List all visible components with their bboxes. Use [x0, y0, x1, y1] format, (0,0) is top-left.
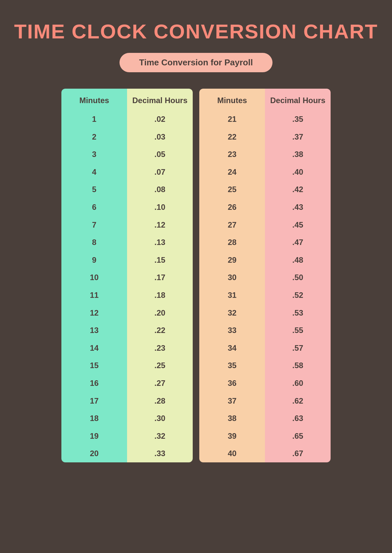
table-row: .07 — [127, 163, 193, 181]
table-row: 20 — [61, 445, 127, 462]
table-row: .02 — [127, 110, 193, 128]
table-row: 27 — [199, 216, 265, 234]
table-row: 38 — [199, 409, 265, 427]
table-row: .12 — [127, 216, 193, 234]
table-row: .15 — [127, 251, 193, 269]
table-row: 1 — [61, 110, 127, 128]
table-right: Minutes 21222324252627282930313233343536… — [199, 89, 331, 462]
col-minutes-left: Minutes 1234567891011121314151617181920 — [61, 89, 127, 462]
table-row: .27 — [127, 374, 193, 392]
table-row: .37 — [265, 128, 331, 146]
table-row: 3 — [61, 145, 127, 163]
table-row: .33 — [127, 445, 193, 462]
table-row: 37 — [199, 392, 265, 410]
table-row: 35 — [199, 357, 265, 374]
table-row: .13 — [127, 233, 193, 251]
table-row: .55 — [265, 321, 331, 339]
table-row: 40 — [199, 445, 265, 462]
table-row: 26 — [199, 198, 265, 216]
table-row: .62 — [265, 392, 331, 410]
table-row: 15 — [61, 357, 127, 374]
table-row: 4 — [61, 163, 127, 181]
table-row: .63 — [265, 409, 331, 427]
table-row: 18 — [61, 409, 127, 427]
table-row: .58 — [265, 357, 331, 374]
table-row: 39 — [199, 427, 265, 445]
table-row: 2 — [61, 128, 127, 146]
table-row: 10 — [61, 269, 127, 286]
table-row: .05 — [127, 145, 193, 163]
table-row: 12 — [61, 304, 127, 322]
table-row: .65 — [265, 427, 331, 445]
table-row: 17 — [61, 392, 127, 410]
table-row: 25 — [199, 181, 265, 198]
table-row: .22 — [127, 321, 193, 339]
table-row: 8 — [61, 233, 127, 251]
table-row: .08 — [127, 181, 193, 198]
table-row: .20 — [127, 304, 193, 322]
table-row: 24 — [199, 163, 265, 181]
table-container: Minutes 1234567891011121314151617181920 … — [45, 89, 347, 462]
table-row: 30 — [199, 269, 265, 286]
col-header-minutes-left: Minutes — [61, 89, 127, 110]
table-row: 22 — [199, 128, 265, 146]
table-row: .38 — [265, 145, 331, 163]
table-row: 31 — [199, 286, 265, 304]
table-row: 34 — [199, 339, 265, 357]
col-header-decimal-right: Decimal Hours — [265, 89, 331, 110]
table-row: 36 — [199, 374, 265, 392]
table-row: .42 — [265, 181, 331, 198]
col-minutes-right: Minutes 21222324252627282930313233343536… — [199, 89, 265, 462]
table-row: .57 — [265, 339, 331, 357]
table-row: 13 — [61, 321, 127, 339]
table-row: 16 — [61, 374, 127, 392]
table-row: 21 — [199, 110, 265, 128]
col-decimal-right: Decimal Hours .35.37.38.40.42.43.45.47.4… — [265, 89, 331, 462]
table-row: .52 — [265, 286, 331, 304]
subtitle-text: Time Conversion for Payroll — [139, 57, 253, 67]
table-row: 11 — [61, 286, 127, 304]
table-row: .03 — [127, 128, 193, 146]
table-row: 6 — [61, 198, 127, 216]
subtitle-badge: Time Conversion for Payroll — [120, 53, 272, 72]
table-row: 9 — [61, 251, 127, 269]
table-row: .67 — [265, 445, 331, 462]
table-row: .60 — [265, 374, 331, 392]
table-row: 19 — [61, 427, 127, 445]
col-decimal-left: Decimal Hours .02.03.05.07.08.10.12.13.1… — [127, 89, 193, 462]
table-row: 14 — [61, 339, 127, 357]
table-row: 7 — [61, 216, 127, 234]
table-row: .35 — [265, 110, 331, 128]
table-row: .18 — [127, 286, 193, 304]
table-row: .30 — [127, 409, 193, 427]
col-header-minutes-right: Minutes — [199, 89, 265, 110]
table-row: .50 — [265, 269, 331, 286]
table-row: .23 — [127, 339, 193, 357]
table-row: .40 — [265, 163, 331, 181]
table-row: .48 — [265, 251, 331, 269]
table-left: Minutes 1234567891011121314151617181920 … — [61, 89, 193, 462]
table-row: 29 — [199, 251, 265, 269]
table-row: 32 — [199, 304, 265, 322]
table-row: .25 — [127, 357, 193, 374]
table-row: .43 — [265, 198, 331, 216]
table-row: 23 — [199, 145, 265, 163]
table-row: .47 — [265, 233, 331, 251]
table-row: 5 — [61, 181, 127, 198]
table-row: .28 — [127, 392, 193, 410]
table-row: .10 — [127, 198, 193, 216]
page-title: TIME CLOCK CONVERSION CHART — [14, 20, 378, 43]
table-row: .32 — [127, 427, 193, 445]
col-header-decimal-left: Decimal Hours — [127, 89, 193, 110]
table-row: 33 — [199, 321, 265, 339]
table-row: 28 — [199, 233, 265, 251]
table-row: .45 — [265, 216, 331, 234]
table-row: .53 — [265, 304, 331, 322]
table-row: .17 — [127, 269, 193, 286]
